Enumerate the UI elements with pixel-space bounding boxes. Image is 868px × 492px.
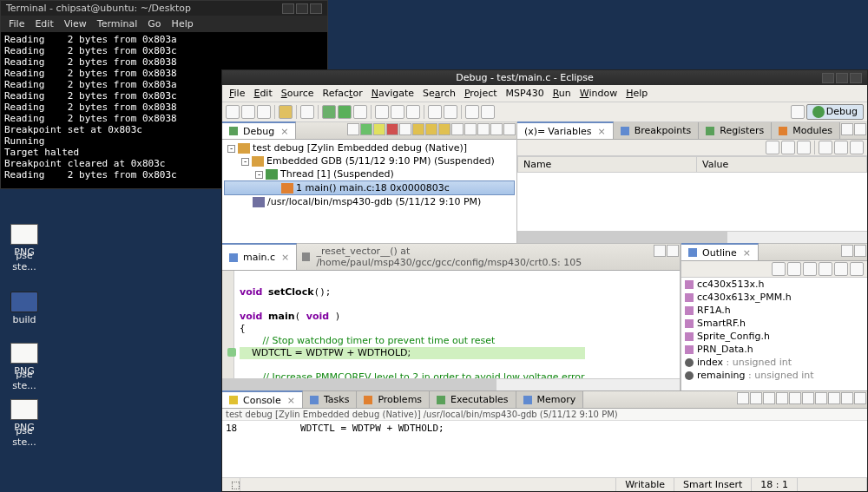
toolbar-button[interactable] xyxy=(834,262,848,276)
col-value[interactable]: Value xyxy=(697,157,867,173)
view-menu-button[interactable] xyxy=(850,141,864,154)
toolbar-button[interactable] xyxy=(828,392,840,404)
view-menu-button[interactable] xyxy=(850,262,864,276)
outline-item[interactable]: remaining : unsigned int xyxy=(681,369,867,382)
toolbar-button[interactable] xyxy=(789,392,801,404)
debug-tree-row[interactable]: -Embedded GDB (5/11/12 9:10 PM) (Suspend… xyxy=(224,154,515,167)
minimize-view-button[interactable] xyxy=(841,245,853,257)
debug-tree-row[interactable]: /usr/local/bin/msp430-gdb (5/11/12 9:10 … xyxy=(224,195,515,208)
console-output[interactable]: 18 WDTCTL = WDTPW + WDTHOLD; xyxy=(222,421,867,477)
minimize-view-button[interactable] xyxy=(654,245,666,257)
maximize-view-button[interactable] xyxy=(854,392,866,404)
step-into-button[interactable] xyxy=(412,123,424,135)
toolbar-button[interactable] xyxy=(428,105,442,119)
disconnect-button[interactable] xyxy=(399,123,411,135)
menu-search[interactable]: Search xyxy=(419,87,459,100)
col-name[interactable]: Name xyxy=(517,157,696,173)
toolbar-button[interactable] xyxy=(444,105,457,119)
code-editor[interactable]: void setClock(); void main( void ) { // … xyxy=(222,271,680,378)
instr-step-button[interactable] xyxy=(464,123,477,135)
close-icon[interactable]: × xyxy=(287,395,295,406)
toolbar-button[interactable] xyxy=(781,141,795,154)
tab-variables[interactable]: (x)= Variables× xyxy=(517,121,614,139)
toolbar-button[interactable] xyxy=(802,392,814,404)
toolbar-button[interactable] xyxy=(300,105,314,119)
tab-console[interactable]: Console× xyxy=(222,390,303,408)
nav-fwd-button[interactable] xyxy=(481,105,495,119)
drop-frame-button[interactable] xyxy=(451,123,464,135)
menu-source[interactable]: Source xyxy=(278,87,318,100)
tab-tasks[interactable]: Tasks xyxy=(303,391,357,408)
toolbar-button[interactable] xyxy=(406,105,420,119)
toolbar-button[interactable] xyxy=(787,262,801,276)
outline-item[interactable]: RF1A.h xyxy=(681,304,867,317)
menu-help[interactable]: Help xyxy=(168,17,198,30)
tab-breakpoints[interactable]: Breakpoints xyxy=(614,122,700,139)
debug-tree-row[interactable]: -test debug [Zylin Embedded debug (Nativ… xyxy=(224,141,515,154)
outline-item[interactable]: cc430x613x_PMM.h xyxy=(681,291,867,304)
outline-item[interactable]: cc430x513x.h xyxy=(681,278,867,291)
close-icon[interactable]: × xyxy=(280,126,288,137)
menu-file[interactable]: File xyxy=(4,17,29,30)
minimize-button[interactable] xyxy=(282,3,294,14)
outline-item[interactable]: Sprite_Config.h xyxy=(681,330,867,343)
toolbar-button[interactable] xyxy=(815,392,827,404)
tab-outline[interactable]: Outline× xyxy=(681,243,759,260)
tab-debug[interactable]: Debug× xyxy=(222,121,296,139)
tab-editor-main[interactable]: main.c× xyxy=(222,243,297,270)
toolbar-button[interactable] xyxy=(391,105,404,119)
maximize-view-button[interactable] xyxy=(503,123,516,135)
debug-tree[interactable]: -test debug [Zylin Embedded debug (Nativ… xyxy=(222,140,516,243)
desktop-icon[interactable]: pse ste... xyxy=(7,425,42,448)
menu-help[interactable]: Help xyxy=(622,87,651,100)
minimize-view-button[interactable] xyxy=(490,123,503,135)
breadcrumb[interactable]: _reset_vector__() at /home/paul/msp430/g… xyxy=(297,244,653,270)
close-icon[interactable]: × xyxy=(743,247,751,259)
menu-terminal[interactable]: Terminal xyxy=(93,17,142,30)
toolbar-button[interactable] xyxy=(750,392,762,404)
scrollbar[interactable] xyxy=(517,231,867,243)
maximize-button[interactable] xyxy=(296,3,308,14)
menu-edit[interactable]: Edit xyxy=(250,87,275,100)
maximize-button[interactable] xyxy=(836,73,848,83)
toolbar-button[interactable] xyxy=(819,141,832,154)
maximize-view-button[interactable] xyxy=(854,123,866,135)
perspective-debug[interactable]: Debug xyxy=(806,104,864,120)
tab-memory[interactable]: Memory xyxy=(516,391,584,408)
scrollbar[interactable] xyxy=(222,378,680,390)
toolbar-button[interactable] xyxy=(737,392,749,404)
view-menu-button[interactable] xyxy=(477,123,490,135)
tab-registers[interactable]: Registers xyxy=(699,122,772,139)
menu-project[interactable]: Project xyxy=(461,87,501,100)
remove-button[interactable] xyxy=(347,123,359,135)
debug-tree-row[interactable]: -Thread [1] (Suspended) xyxy=(224,167,515,180)
toolbar-button[interactable] xyxy=(772,262,786,276)
variables-table[interactable]: NameValue xyxy=(517,156,867,231)
outline-item[interactable]: SmartRF.h xyxy=(681,317,867,330)
menu-refactor[interactable]: Refactor xyxy=(319,87,366,100)
eclipse-titlebar[interactable]: Debug - test/main.c - Eclipse xyxy=(222,70,867,85)
desktop-icon[interactable]: pse ste... xyxy=(7,369,42,391)
tab-executables[interactable]: Executables xyxy=(430,391,516,408)
close-button[interactable] xyxy=(850,73,862,83)
minimize-button[interactable] xyxy=(822,73,834,83)
menu-view[interactable]: View xyxy=(60,17,91,30)
outline-item[interactable]: index : unsigned int xyxy=(681,356,867,369)
close-button[interactable] xyxy=(310,3,322,14)
debug-button[interactable] xyxy=(322,105,336,119)
toolbar-button[interactable] xyxy=(353,105,367,119)
maximize-view-button[interactable] xyxy=(667,245,679,257)
outline-list[interactable]: cc430x513x.hcc430x613x_PMM.hRF1A.hSmartR… xyxy=(681,278,867,390)
minimize-view-button[interactable] xyxy=(841,392,853,404)
run-button[interactable] xyxy=(338,105,352,119)
menu-edit[interactable]: Edit xyxy=(30,17,57,30)
eclipse-window[interactable]: Debug - test/main.c - Eclipse File Edit … xyxy=(221,69,868,492)
menu-run[interactable]: Run xyxy=(549,87,575,100)
step-over-button[interactable] xyxy=(425,123,437,135)
toolbar-button[interactable] xyxy=(766,141,779,154)
toolbar-button[interactable] xyxy=(257,105,271,119)
terminal-titlebar[interactable]: Terminal - chipsat@ubuntu: ~/Desktop xyxy=(1,1,327,16)
desktop-icon[interactable]: build xyxy=(7,292,42,325)
menu-file[interactable]: File xyxy=(226,87,248,100)
close-icon[interactable]: × xyxy=(598,126,606,137)
